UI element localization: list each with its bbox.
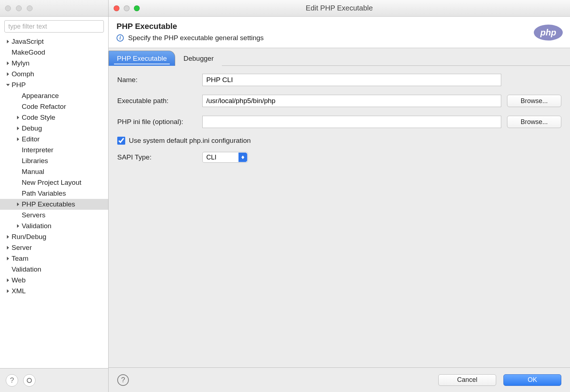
tree-item[interactable]: Debug bbox=[0, 123, 108, 134]
help-icon: ? bbox=[121, 376, 125, 384]
tree-item-label: Code Refactor bbox=[21, 103, 66, 111]
chevron-right-icon[interactable] bbox=[5, 234, 11, 240]
window-close-icon[interactable] bbox=[5, 5, 11, 11]
window-close-icon[interactable] bbox=[114, 5, 119, 11]
tree-item-label: Appearance bbox=[21, 92, 59, 100]
tree-item-label: Oomph bbox=[11, 70, 34, 78]
row-ini-file: PHP ini file (optional): Browse... bbox=[117, 116, 561, 128]
tree-item[interactable]: Run/Debug bbox=[0, 231, 108, 242]
tree-item-label: Debug bbox=[21, 124, 42, 132]
tree-item[interactable]: Validation bbox=[0, 221, 108, 231]
ok-button[interactable]: OK bbox=[503, 374, 561, 386]
tree-item[interactable]: Web bbox=[0, 275, 108, 286]
prefs-tree[interactable]: JavaScriptMakeGoodMylynOomphPHPAppearanc… bbox=[0, 36, 108, 368]
tree-item[interactable]: XML bbox=[0, 286, 108, 297]
dialog-footer: ? Cancel OK bbox=[109, 367, 570, 392]
tree-item[interactable]: Code Refactor bbox=[0, 101, 108, 112]
tree-item[interactable]: Interpreter bbox=[0, 145, 108, 155]
twisty-spacer bbox=[15, 169, 21, 175]
row-sapi: SAPI Type: CLI bbox=[117, 152, 561, 163]
row-exec-path: Executable path: Browse... bbox=[117, 95, 561, 107]
exec-path-input[interactable] bbox=[202, 95, 501, 107]
chevron-down-icon[interactable] bbox=[5, 82, 11, 88]
default-ini-label[interactable]: Use system default php.ini configuration bbox=[129, 137, 251, 145]
dialog-header: PHP Executable i Specify the PHP executa… bbox=[109, 17, 570, 48]
tree-item-label: Interpreter bbox=[21, 146, 54, 154]
twisty-spacer bbox=[15, 158, 21, 164]
tree-item[interactable]: Editor bbox=[0, 134, 108, 145]
prefs-footer: ? bbox=[0, 368, 108, 392]
tree-item[interactable]: Appearance bbox=[0, 90, 108, 101]
help-button[interactable]: ? bbox=[117, 374, 129, 386]
tree-item-label: New Project Layout bbox=[21, 179, 81, 187]
tree-item[interactable]: Path Variables bbox=[0, 188, 108, 199]
tree-item[interactable]: PHP Executables bbox=[0, 199, 108, 210]
chevron-right-icon[interactable] bbox=[15, 201, 21, 207]
tab-debugger[interactable]: Debugger bbox=[175, 51, 222, 66]
tab-bar: PHP Executable Debugger bbox=[109, 48, 570, 66]
default-ini-checkbox[interactable] bbox=[117, 137, 125, 145]
tree-item-label: Web bbox=[11, 276, 26, 284]
form-area: Name: Executable path: Browse... PHP ini… bbox=[109, 66, 570, 367]
chevron-right-icon[interactable] bbox=[15, 125, 21, 131]
exec-label: Executable path: bbox=[117, 97, 202, 105]
tree-item-label: Servers bbox=[21, 211, 45, 219]
import-export-button[interactable] bbox=[23, 374, 35, 387]
tree-item[interactable]: JavaScript bbox=[0, 36, 108, 47]
row-name: Name: bbox=[117, 74, 561, 86]
chevron-right-icon[interactable] bbox=[5, 245, 11, 251]
tree-item[interactable]: MakeGood bbox=[0, 47, 108, 58]
twisty-spacer bbox=[5, 267, 11, 272]
chevron-right-icon[interactable] bbox=[5, 71, 11, 77]
tree-item-label: PHP Executables bbox=[21, 200, 75, 208]
sapi-select[interactable]: CLI bbox=[202, 152, 248, 163]
twisty-spacer bbox=[15, 104, 21, 110]
prefs-window-controls bbox=[0, 0, 108, 17]
tree-item[interactable]: Libraries bbox=[0, 155, 108, 166]
help-icon: ? bbox=[10, 376, 14, 384]
window-zoom-icon bbox=[27, 5, 33, 11]
chevron-right-icon[interactable] bbox=[5, 277, 11, 283]
twisty-spacer bbox=[15, 93, 21, 99]
tree-item-label: Mylyn bbox=[11, 59, 30, 67]
chevron-right-icon[interactable] bbox=[5, 256, 11, 261]
chevron-right-icon[interactable] bbox=[15, 115, 21, 120]
chevron-right-icon[interactable] bbox=[15, 223, 21, 229]
help-button[interactable]: ? bbox=[6, 374, 18, 387]
twisty-spacer bbox=[15, 147, 21, 153]
tree-item-label: PHP bbox=[11, 81, 26, 89]
tree-item[interactable]: Mylyn bbox=[0, 58, 108, 69]
prefs-filter-input[interactable] bbox=[4, 20, 104, 33]
php-logo-icon: php bbox=[534, 25, 563, 41]
tree-item[interactable]: New Project Layout bbox=[0, 177, 108, 188]
header-title: PHP Executable bbox=[117, 22, 562, 31]
chevron-right-icon[interactable] bbox=[5, 60, 11, 66]
prefs-filter-row bbox=[0, 17, 108, 36]
window-zoom-icon[interactable] bbox=[134, 5, 140, 11]
chevron-right-icon[interactable] bbox=[15, 136, 21, 142]
tree-item[interactable]: PHP bbox=[0, 80, 108, 90]
tree-item[interactable]: Manual bbox=[0, 166, 108, 177]
browse-exec-button[interactable]: Browse... bbox=[507, 95, 561, 107]
tree-item[interactable]: Oomph bbox=[0, 69, 108, 80]
tree-item-label: JavaScript bbox=[11, 38, 44, 46]
edit-php-exec-dialog: Edit PHP Executable PHP Executable i Spe… bbox=[109, 0, 570, 392]
twisty-spacer bbox=[15, 180, 21, 186]
name-input[interactable] bbox=[202, 74, 501, 86]
browse-ini-button[interactable]: Browse... bbox=[507, 116, 561, 128]
chevron-right-icon[interactable] bbox=[5, 39, 11, 44]
tree-item[interactable]: Team bbox=[0, 253, 108, 264]
tree-item[interactable]: Servers bbox=[0, 210, 108, 221]
chevron-right-icon[interactable] bbox=[5, 288, 11, 294]
tab-php-executable[interactable]: PHP Executable bbox=[109, 51, 175, 66]
ini-file-input[interactable] bbox=[202, 116, 501, 128]
cancel-button[interactable]: Cancel bbox=[438, 374, 496, 386]
tree-item-label: Server bbox=[11, 244, 32, 252]
tree-item[interactable]: Validation bbox=[0, 264, 108, 275]
tree-item-label: Validation bbox=[21, 222, 51, 230]
tree-item-label: Team bbox=[11, 255, 28, 263]
tree-item[interactable]: Code Style bbox=[0, 112, 108, 123]
ini-label: PHP ini file (optional): bbox=[117, 118, 202, 126]
prefs-tree-wrap: JavaScriptMakeGoodMylynOomphPHPAppearanc… bbox=[0, 17, 108, 368]
tree-item[interactable]: Server bbox=[0, 242, 108, 253]
